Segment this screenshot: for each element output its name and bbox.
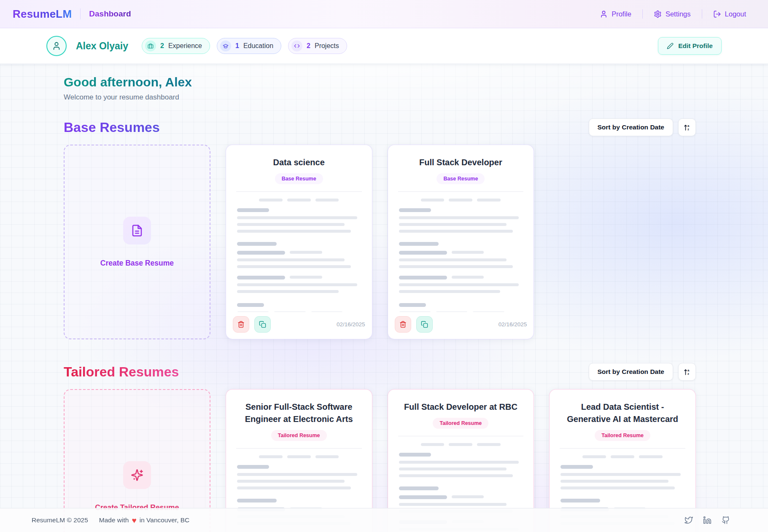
footer-tagline: Made with ♥ in Vancouver, BC (99, 516, 190, 524)
profile-bar: Alex Olyaiy 2 Experience 1 Education (0, 28, 768, 64)
trash-icon (399, 321, 407, 328)
projects-label: Projects (315, 42, 339, 50)
pencil-icon (667, 43, 674, 49)
twitter-icon[interactable] (684, 516, 693, 524)
resume-title: Senior Full-Stack Software Engineer at E… (237, 401, 361, 425)
profile-link-label: Profile (612, 10, 631, 18)
svg-text:a: a (687, 124, 689, 127)
tailored-sort-button[interactable]: Sort by Creation Date (589, 363, 673, 381)
empty-grid-cell (549, 145, 696, 339)
nav-divider (702, 9, 702, 19)
resume-title: Full Stack Developer at RBC (399, 401, 523, 413)
base-sort-direction-button[interactable]: az (678, 118, 696, 136)
resume-card-data-science[interactable]: Data science Base Resume (226, 145, 372, 339)
resume-card-full-stack-developer[interactable]: Full Stack Developer Base Resume (388, 145, 534, 339)
briefcase-icon (145, 40, 156, 51)
user-icon (600, 10, 608, 18)
duplicate-resume-button[interactable] (416, 316, 433, 333)
profile-name: Alex Olyaiy (76, 40, 128, 52)
nav-divider (642, 9, 643, 19)
greeting-subtitle: Welcome to your resume dashboard (64, 93, 696, 102)
resume-date: 02/16/2025 (499, 321, 527, 328)
nav-separator (80, 8, 81, 19)
breadcrumb-dashboard[interactable]: Dashboard (89, 9, 131, 19)
base-sort-button[interactable]: Sort by Creation Date (589, 118, 673, 136)
dashboard-main: Good afternoon, Alex Welcome to your res… (0, 64, 768, 532)
tailored-resumes-title: Tailored Resumes (64, 364, 179, 380)
settings-link[interactable]: Settings (654, 10, 691, 18)
resume-type-badge: Tailored Resume (433, 418, 488, 429)
settings-link-label: Settings (666, 10, 691, 18)
tailored-sort-direction-button[interactable]: az (678, 363, 696, 381)
sort-arrow-az-icon: az (683, 124, 691, 132)
edit-profile-label: Edit Profile (678, 42, 713, 50)
greeting-title: Good afternoon, Alex (64, 75, 192, 89)
avatar[interactable] (46, 36, 67, 56)
education-badge: 1 Education (217, 38, 281, 54)
resume-type-badge: Tailored Resume (271, 430, 327, 441)
projects-count: 2 (307, 42, 310, 50)
resume-title: Full Stack Developer (399, 156, 523, 169)
projects-badge: 2 Projects (288, 38, 347, 54)
svg-text:z: z (687, 372, 689, 375)
profile-link[interactable]: Profile (600, 10, 631, 18)
edit-profile-button[interactable]: Edit Profile (658, 37, 722, 55)
linkedin-icon[interactable] (703, 516, 711, 524)
copy-icon (421, 321, 428, 328)
education-count: 1 (235, 42, 239, 50)
experience-count: 2 (160, 42, 164, 50)
experience-badge: 2 Experience (142, 38, 210, 54)
page-footer: ResumeLM © 2025 Made with ♥ in Vancouver… (0, 508, 768, 532)
code-icon (291, 40, 302, 51)
experience-label: Experience (168, 42, 202, 50)
svg-text:z: z (687, 127, 689, 131)
gear-icon (654, 10, 662, 18)
app-logo[interactable]: ResumeLM (13, 8, 72, 21)
document-icon (123, 217, 151, 245)
create-base-resume-label: Create Base Resume (100, 259, 174, 268)
graduation-cap-icon (220, 40, 231, 51)
resume-type-badge: Tailored Resume (595, 430, 650, 441)
copy-icon (259, 321, 266, 328)
logout-link-label: Logout (725, 10, 746, 18)
delete-resume-button[interactable] (395, 316, 411, 333)
resume-title: Data science (237, 156, 361, 169)
github-icon[interactable] (722, 516, 730, 524)
sort-arrow-az-icon: az (683, 368, 691, 376)
education-label: Education (243, 42, 273, 50)
delete-resume-button[interactable] (233, 316, 249, 333)
base-resumes-grid: Create Base Resume Data science Base Res… (64, 145, 696, 339)
footer-copyright: ResumeLM © 2025 (32, 516, 88, 524)
top-navbar: ResumeLM Dashboard Profile Settings Logo… (0, 0, 768, 28)
resume-type-badge: Base Resume (275, 173, 323, 184)
heart-icon: ♥ (132, 516, 136, 524)
resume-preview-skeleton (226, 192, 372, 312)
resume-preview-skeleton (388, 192, 534, 312)
svg-text:a: a (687, 368, 689, 372)
logout-icon (713, 10, 721, 18)
resume-date: 02/16/2025 (337, 321, 365, 328)
trash-icon (237, 321, 245, 328)
base-resumes-title: Base Resumes (64, 120, 160, 135)
sparkles-icon (123, 461, 151, 489)
create-base-resume-card[interactable]: Create Base Resume (64, 145, 210, 339)
logout-link[interactable]: Logout (713, 10, 746, 18)
user-icon (52, 41, 61, 51)
resume-type-badge: Base Resume (437, 173, 485, 184)
resume-title: Lead Data Scientist - Generative AI at M… (561, 401, 684, 425)
duplicate-resume-button[interactable] (254, 316, 271, 333)
